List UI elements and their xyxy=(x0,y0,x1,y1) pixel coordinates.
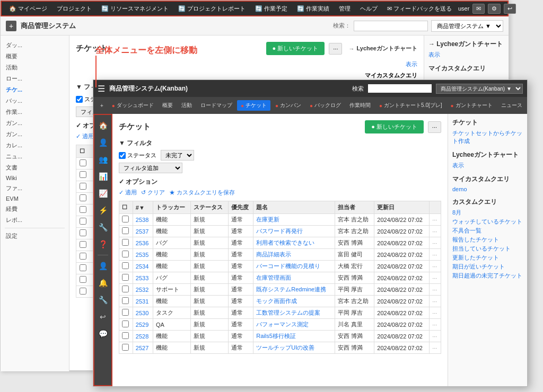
row-more-btn[interactable]: ··· xyxy=(432,228,437,235)
ticket-title-link[interactable]: 商品詳細表示 xyxy=(256,251,291,257)
ticket-id-link[interactable]: 2532 xyxy=(136,287,148,293)
sidebar-item-settings[interactable]: 設定 xyxy=(1,230,69,242)
ticket-id-link[interactable]: 2537 xyxy=(136,228,148,235)
kanban-filter-add[interactable]: フィルタ追加 xyxy=(119,163,182,173)
krp-lychee-show[interactable]: 表示 xyxy=(452,162,523,170)
row-checkbox[interactable] xyxy=(122,216,129,222)
ticket-title-link[interactable]: 既存システムRedmine連携 xyxy=(256,286,326,292)
sidebar-item-overview[interactable]: 概要 xyxy=(1,51,69,62)
kanban-nav-news[interactable]: ニュース xyxy=(497,100,526,111)
sidebar-item-backlog[interactable]: バッ... xyxy=(1,95,69,106)
row-checkbox[interactable] xyxy=(122,320,129,327)
row-checkbox[interactable] xyxy=(122,309,129,316)
kanban-nav-kanban[interactable]: ●カンバン xyxy=(272,100,305,111)
kanban-nav-worktime[interactable]: 作業時間 xyxy=(346,100,374,111)
kanban-nav-add[interactable]: + xyxy=(97,101,107,110)
ks-settings[interactable]: 🔧 xyxy=(95,292,110,307)
row-checkbox[interactable] xyxy=(80,253,86,260)
sidebar-item-gantt2[interactable]: ガン... xyxy=(1,129,69,140)
ticket-title-link[interactable]: バーコード機能の見積り xyxy=(256,263,320,269)
row-more-btn[interactable]: ··· xyxy=(432,263,437,270)
more-options-btn[interactable]: ··· xyxy=(329,43,342,55)
nav-work-actual[interactable]: 🔄 作業実績 xyxy=(294,4,332,14)
kanban-nav-gantt5[interactable]: ●ガントチャート5.0[プレ] xyxy=(375,100,446,111)
ticket-id-link[interactable]: 2534 xyxy=(136,263,148,270)
krp-watching-link[interactable]: ウォッチしているチケット xyxy=(452,218,523,226)
krp-aug-link[interactable]: 8月 xyxy=(452,209,523,217)
sidebar-item-files[interactable]: ファ... xyxy=(1,183,69,194)
row-more-btn[interactable]: ··· xyxy=(432,345,437,351)
sidebar-item-work[interactable]: 作業... xyxy=(1,106,69,118)
gantt-show-link[interactable]: 表示 xyxy=(76,60,417,68)
kth-tracker[interactable]: トラッカー xyxy=(153,201,190,214)
ticket-title-link[interactable]: モック画面作成 xyxy=(256,298,297,304)
ticket-title-link[interactable]: 利用者で検索できない xyxy=(256,239,314,246)
ks-chart[interactable]: 📊 xyxy=(95,169,110,184)
kanban-clear-btn[interactable]: ↺ クリア xyxy=(141,189,165,197)
krp-demo-link[interactable]: demo xyxy=(452,186,523,192)
kanban-nav-roadmap[interactable]: ロードマップ xyxy=(197,100,236,111)
row-more-btn[interactable]: ··· xyxy=(432,275,437,281)
nav-work-plan[interactable]: 🔄 作業予定 xyxy=(252,4,291,14)
row-checkbox[interactable] xyxy=(80,264,86,271)
row-checkbox[interactable] xyxy=(80,183,86,190)
ticket-title-link[interactable]: パスワード再発行 xyxy=(256,228,303,234)
ticket-id-link[interactable]: 2530 xyxy=(136,310,148,316)
settings-btn[interactable]: ⚙ xyxy=(488,4,501,14)
row-checkbox[interactable] xyxy=(80,229,86,236)
sidebar-item-calendar[interactable]: カレ... xyxy=(1,140,69,151)
ticket-id-link[interactable]: 2528 xyxy=(136,333,148,340)
ticket-title-link[interactable]: 在庫管理画面 xyxy=(256,274,291,281)
sidebar-item-expense[interactable]: 経費 xyxy=(1,203,69,215)
sidebar-item-docs[interactable]: 文書 xyxy=(1,162,69,173)
ks-profile[interactable]: 👤 xyxy=(95,259,110,273)
sidebar-item-report[interactable]: レポ... xyxy=(1,215,69,226)
kanban-new-ticket-btn[interactable]: ● 新しいチケット xyxy=(365,120,424,133)
row-checkbox[interactable] xyxy=(80,206,86,213)
ticket-title-link[interactable]: 在庫更新 xyxy=(256,216,279,222)
kanban-search-input[interactable] xyxy=(368,84,432,93)
sidebar-item-wiki[interactable]: Wiki xyxy=(1,173,69,183)
ks-graph[interactable]: 📈 xyxy=(95,186,110,201)
search-input[interactable] xyxy=(354,21,428,31)
ticket-id-link[interactable]: 2536 xyxy=(136,240,148,246)
logout-btn[interactable]: ↩ xyxy=(504,4,516,14)
ticket-id-link[interactable]: 2531 xyxy=(136,298,148,305)
kth-priority[interactable]: 優先度 xyxy=(228,201,253,214)
row-checkbox[interactable] xyxy=(80,241,86,248)
ticket-title-link[interactable]: Rails5移行検証 xyxy=(256,333,296,339)
kanban-nav-activity[interactable]: 活動 xyxy=(178,100,196,111)
hamburger-icon[interactable]: ☰ xyxy=(98,84,105,94)
kth-status[interactable]: ステータス xyxy=(190,201,228,214)
apply-btn[interactable]: ✓ 適用 xyxy=(76,132,94,140)
ticket-id-link[interactable]: 2533 xyxy=(136,275,148,281)
kanban-nav-gantt[interactable]: ●ガントチャート xyxy=(447,100,496,111)
krp-create-from-set[interactable]: チケットセットからチケット作成 xyxy=(452,129,523,145)
row-checkbox[interactable] xyxy=(80,288,86,295)
krp-reported-link[interactable]: 報告したチケット xyxy=(452,236,523,244)
ks-logout[interactable]: ↩ xyxy=(95,309,110,324)
ticket-id-link[interactable]: 2535 xyxy=(136,252,148,258)
ks-comment[interactable]: 💬 xyxy=(95,326,110,341)
kanban-status-label[interactable]: ステータス xyxy=(119,152,156,159)
nav-resource[interactable]: 🔄 リソースマネジメント xyxy=(98,4,172,14)
sidebar-item-roadmap[interactable]: ロー... xyxy=(1,73,69,84)
ticket-id-link[interactable]: 2527 xyxy=(136,345,148,351)
row-checkbox[interactable] xyxy=(80,159,86,166)
kth-assignee[interactable]: 担当者 xyxy=(335,201,374,214)
kanban-more-btn[interactable]: ··· xyxy=(428,121,441,133)
kanban-apply-btn[interactable]: ✓ 適用 xyxy=(119,189,137,197)
kth-title[interactable]: 題名 xyxy=(253,201,335,214)
kanban-status-select[interactable]: 未完了 xyxy=(161,150,194,161)
kth-updated[interactable]: 更新日 xyxy=(374,201,430,214)
krp-due-soon-link[interactable]: 期日が近いチケット xyxy=(452,263,523,271)
row-more-btn[interactable]: ··· xyxy=(432,310,437,316)
sidebar-item-dashboard[interactable]: ダッ... xyxy=(1,40,69,51)
ticket-title-link[interactable]: ツールチップUIの改善 xyxy=(256,344,314,351)
row-more-btn[interactable]: ··· xyxy=(432,287,437,293)
ks-home[interactable]: 🏠 xyxy=(95,118,110,133)
nav-projects[interactable]: プロジェクト xyxy=(54,4,95,14)
ks-bolt[interactable]: ⚡ xyxy=(95,203,110,218)
status-checkbox[interactable] xyxy=(76,96,83,103)
ks-user[interactable]: 👤 xyxy=(95,135,110,150)
